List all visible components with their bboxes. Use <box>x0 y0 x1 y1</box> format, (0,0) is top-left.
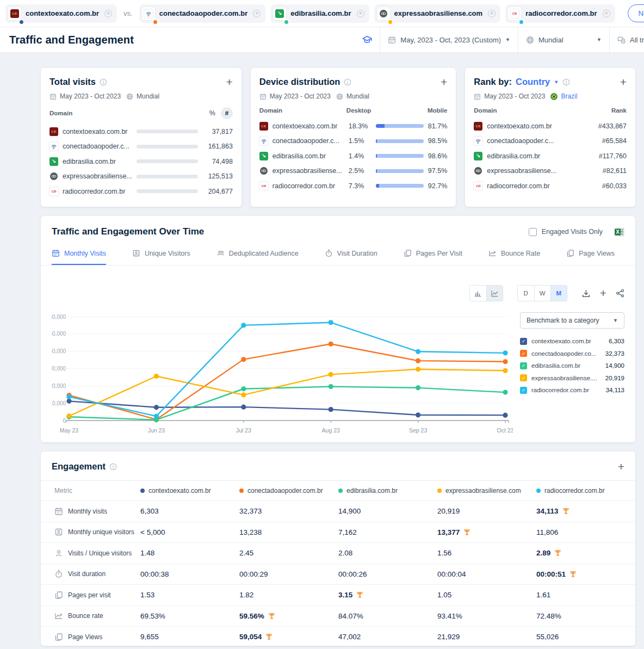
site-favicon: CE <box>259 122 268 131</box>
site-favicon: c <box>142 7 155 20</box>
device-split-bar <box>376 184 424 188</box>
traffic-filter[interactable]: All traffic <box>609 27 644 52</box>
site-favicon: c <box>474 137 482 145</box>
benchmark-category-select[interactable]: Benchmark to a category ▼ <box>520 312 624 329</box>
metric-cell: Monthly visits <box>54 507 140 516</box>
number-toggle[interactable]: # <box>221 107 233 119</box>
region-selector[interactable]: Mundial ▼ <box>518 27 609 52</box>
domain-chip[interactable]: ↘ edibrasilia.com.br ✕ <box>270 4 369 23</box>
row-domain: conectadoaopoder.c... <box>273 137 344 145</box>
traffic-line-chart[interactable]: 60,00050,00040,00030,00020,00010,0000May… <box>52 312 513 436</box>
series-checkbox[interactable]: ✓ <box>520 362 527 369</box>
mobile-percent: 98.6% <box>428 152 447 160</box>
chip-domain: edibrasilia.com.br <box>290 9 351 17</box>
vs-label: vs. <box>123 9 133 17</box>
trophy-icon <box>569 570 577 578</box>
granularity-W[interactable]: W <box>534 286 550 301</box>
domain-chip[interactable]: c conectadoaopoder.com.br ✕ <box>139 4 266 23</box>
need-more-button[interactable]: Need More? <box>628 4 644 22</box>
series-checkbox[interactable]: ✓ <box>520 387 527 394</box>
calendar-icon <box>259 93 267 100</box>
add-to-dashboard-button[interactable]: + <box>226 76 233 88</box>
table-row: Bounce rate 69.53% 59.56% 84.07% 93.41% … <box>41 605 635 627</box>
add-to-dashboard-button[interactable]: + <box>620 76 627 88</box>
row-domain: contextoexato.com.br <box>487 122 552 130</box>
tab-monthly-visits[interactable]: Monthly Visits <box>52 244 106 265</box>
close-icon[interactable]: ✕ <box>603 10 610 17</box>
table-row: Page Views 9,655 59,054 47,002 21,929 55… <box>41 626 635 647</box>
info-icon[interactable] <box>562 78 570 86</box>
line-chart-toggle[interactable] <box>486 286 503 301</box>
visits-value: 204,677 <box>202 188 233 195</box>
granularity-D[interactable]: D <box>518 286 534 301</box>
legend-value: 34,113 <box>606 387 624 393</box>
metric-value: 9,655 <box>140 633 239 641</box>
row-domain: expressaobrasiliense... <box>487 167 556 175</box>
tab-page-views[interactable]: Page Views <box>566 244 615 265</box>
add-to-dashboard-button[interactable]: + <box>441 76 447 88</box>
pages-icon <box>404 249 412 257</box>
svg-text:10,000: 10,000 <box>52 400 66 406</box>
visits-value: 37,817 <box>202 128 233 135</box>
close-icon[interactable]: ✕ <box>253 10 261 17</box>
traffic-filter-value: All traffic <box>630 36 644 44</box>
info-icon[interactable] <box>109 463 117 471</box>
percent-toggle[interactable]: % <box>209 109 215 117</box>
site-favicon: CE <box>49 127 58 136</box>
add-icon[interactable]: + <box>600 287 606 300</box>
metric-value: 1.48 <box>140 549 239 557</box>
add-to-dashboard-button[interactable]: + <box>618 461 624 472</box>
total-visits-card: Total visits + May 2023 - Oct 2023 Mundi… <box>41 68 242 207</box>
svg-text:May 23: May 23 <box>60 427 79 434</box>
tab-deduplicated-audience[interactable]: Deduplicated Audience <box>216 244 299 265</box>
series-checkbox[interactable]: ✓ <box>520 374 527 381</box>
svg-text:60,000: 60,000 <box>52 314 66 320</box>
table-row: expressaobrasiliense... #82,611 <box>474 164 627 179</box>
legend-value: 14,900 <box>605 362 624 369</box>
trophy-icon <box>554 549 562 557</box>
close-icon[interactable]: ✕ <box>357 10 364 17</box>
series-checkbox[interactable]: ✓ <box>520 338 527 345</box>
engaged-visits-checkbox[interactable] <box>529 228 537 236</box>
svg-text:Aug 23: Aug 23 <box>322 427 340 434</box>
table-row: Visits / Unique visitors 1.48 2.45 2.08 … <box>41 542 635 564</box>
clock-icon <box>325 249 333 257</box>
tab-bounce-rate[interactable]: Bounce Rate <box>488 244 540 265</box>
brazil-flag-icon <box>550 93 558 100</box>
bar-chart-toggle[interactable] <box>470 286 486 301</box>
domain-chip[interactable]: CE contextoexato.com.br ✕ <box>5 4 117 23</box>
mobile-percent: 97.5% <box>428 167 447 175</box>
site-favicon: CR <box>259 182 268 190</box>
chevron-down-icon: ▼ <box>554 79 559 85</box>
bounce-icon <box>488 249 497 257</box>
info-icon[interactable] <box>344 78 351 86</box>
tab-unique-visitors[interactable]: Unique Visitors <box>132 244 190 265</box>
rank-by-selector[interactable]: Country <box>516 77 550 87</box>
domain-chip[interactable]: expressaobrasiliense.com ✕ <box>374 4 501 23</box>
tab-visit-duration[interactable]: Visit Duration <box>325 244 377 265</box>
granularity-M[interactable]: M <box>550 286 567 301</box>
info-icon[interactable] <box>100 78 107 86</box>
svg-text:Jul 23: Jul 23 <box>236 427 251 434</box>
share-icon[interactable] <box>616 289 624 298</box>
series-color-dot <box>152 19 158 25</box>
metric-value: 47,002 <box>338 633 437 641</box>
visits-value: 125,513 <box>202 172 233 180</box>
download-icon[interactable] <box>581 289 591 298</box>
mobile-percent: 92.7% <box>428 182 447 190</box>
tab-pages-per-visit[interactable]: Pages Per Visit <box>404 244 462 265</box>
trophy-icon <box>562 507 570 515</box>
series-checkbox[interactable]: ✓ <box>520 350 527 357</box>
close-icon[interactable]: ✕ <box>488 10 496 17</box>
metric-value: 93.41% <box>437 612 536 620</box>
date-range-picker[interactable]: May, 2023 - Oct, 2023 (Custom) ▼ <box>380 27 518 52</box>
svg-text:Sep 23: Sep 23 <box>409 427 427 434</box>
column-domain: contextoexato.com.br <box>140 487 239 495</box>
close-icon[interactable]: ✕ <box>104 10 112 17</box>
table-row: expressaobrasiliense... 2.5% 97.5% <box>259 164 447 179</box>
domain-chip[interactable]: CR radiocorredor.com.br ✕ <box>505 4 615 23</box>
excel-export-icon[interactable]: X <box>614 227 624 237</box>
legend-domain: expressaobrasiliense.... <box>531 375 601 381</box>
learn-button[interactable] <box>355 27 380 52</box>
table-row: Visit duration 00:00:38 00:00:29 00:00:2… <box>41 564 635 585</box>
